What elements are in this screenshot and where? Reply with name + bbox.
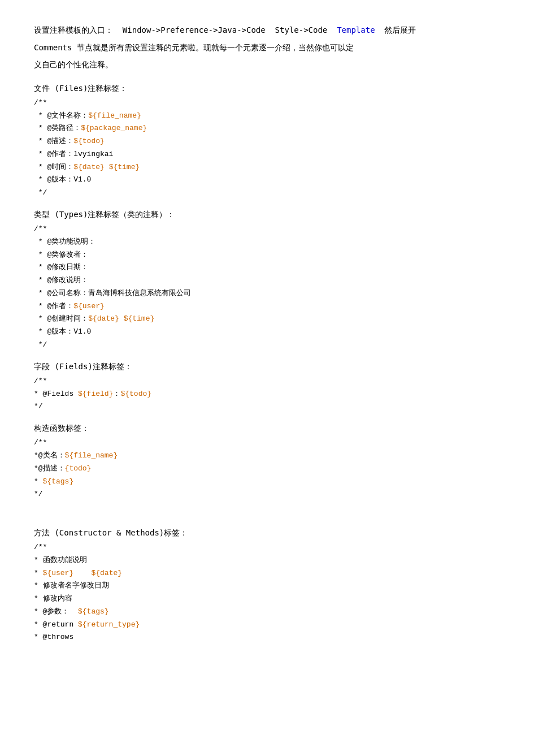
code-line: * @修改说明：	[34, 274, 497, 287]
intro-line3: 义自己的个性化注释。	[34, 57, 497, 72]
code-line: * @公司名称：青岛海博科技信息系统有限公司	[34, 287, 497, 300]
code-line: *@描述：{todo}	[34, 463, 497, 476]
code-line: */	[34, 488, 497, 501]
code-line: * @版本：V1.0	[34, 174, 497, 187]
code-line: * ${tags}	[34, 476, 497, 489]
intro-line1: 设置注释模板的入口： Window->Preference->Java->Cod…	[34, 23, 497, 38]
code-line: * @作者：lvyingkai	[34, 148, 497, 161]
code-line: * @throws	[34, 631, 497, 644]
section-spacer	[34, 502, 497, 512]
code-line: * 函数功能说明	[34, 554, 497, 567]
constructor-code-block: /** *@类名：${file_name} *@描述：{todo} * ${ta…	[34, 437, 497, 501]
fields-section-label: 字段 (Fields)注释标签：	[34, 360, 497, 374]
files-section-label: 文件 (Files)注释标签：	[34, 81, 497, 96]
code-line: * @时间：${date} ${time}	[34, 161, 497, 174]
constructor-section-label: 构造函数标签：	[34, 421, 497, 435]
code-line: /**	[34, 223, 497, 236]
code-line: /**	[34, 375, 497, 388]
code-line: * @版本：V1.0	[34, 326, 497, 339]
types-section-label: 类型 (Types)注释标签（类的注释）：	[34, 208, 497, 222]
section-spacer2	[34, 512, 497, 522]
code-line: * @创建时间：${date} ${time}	[34, 313, 497, 326]
code-line: * @描述：${todo}	[34, 135, 497, 148]
code-line: /**	[34, 437, 497, 450]
code-line: * @类修改者：	[34, 249, 497, 262]
code-line: * @修改日期：	[34, 261, 497, 274]
code-line: * ${user} ${date}	[34, 567, 497, 580]
template-keyword: Template	[337, 25, 375, 34]
code-line: * @Fields ${field}：${todo}	[34, 388, 497, 401]
code-line: * @类路径：${package_name}	[34, 122, 497, 135]
main-content: 设置注释模板的入口： Window->Preference->Java->Cod…	[34, 23, 497, 644]
code-line: * @文件名称：${file_name}	[34, 110, 497, 123]
intro-line2: Comments 节点就是所有需设置注释的元素啦。现就每一个元素逐一介绍，当然你…	[34, 40, 497, 55]
code-line: /**	[34, 541, 497, 554]
code-line: */	[34, 400, 497, 413]
code-line: * @return ${return_type}	[34, 619, 497, 632]
code-line: */	[34, 187, 497, 200]
code-line: */	[34, 339, 497, 352]
code-line: * @类功能说明：	[34, 236, 497, 249]
methods-section-label: 方法 (Constructor & Methods)标签：	[34, 526, 497, 540]
code-line: *@类名：${file_name}	[34, 450, 497, 463]
code-line: * @参数： ${tags}	[34, 606, 497, 619]
code-line: * 修改内容	[34, 593, 497, 606]
types-code-block: /** * @类功能说明： * @类修改者： * @修改日期： * @修改说明：…	[34, 223, 497, 352]
fields-code-block: /** * @Fields ${field}：${todo} */	[34, 375, 497, 413]
code-line: * 修改者名字修改日期	[34, 580, 497, 593]
code-line: * @作者：${user}	[34, 300, 497, 313]
files-code-block: /** * @文件名称：${file_name} * @类路径：${packag…	[34, 97, 497, 200]
methods-code-block: /** * 函数功能说明 * ${user} ${date} * 修改者名字修改…	[34, 541, 497, 644]
code-line: /**	[34, 97, 497, 110]
